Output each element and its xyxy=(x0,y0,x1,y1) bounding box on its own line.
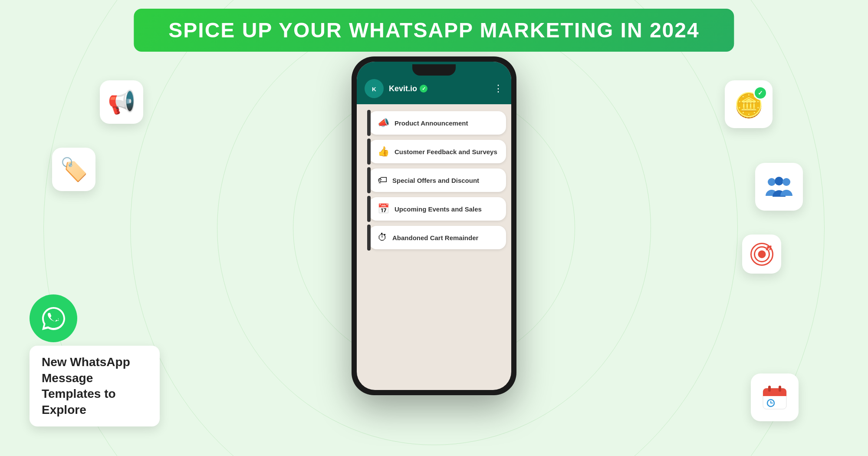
msg-icon-1: 📣 xyxy=(378,117,389,129)
banner-title: SPICE UP YOUR WHATSAPP MARKETING IN 2024 xyxy=(168,18,699,42)
megaphone-icon: 📢 xyxy=(108,89,136,116)
message-bubble-2: 👍 Customer Feedback and Surveys xyxy=(369,140,506,163)
svg-point-2 xyxy=(768,178,776,186)
phone-frame: K Kevit.io ✓ ⋮ 📣 Product Announcement xyxy=(352,56,516,395)
svg-rect-15 xyxy=(779,386,781,392)
whatsapp-icon xyxy=(30,294,77,342)
svg-rect-13 xyxy=(763,393,786,396)
calendar-icon-card xyxy=(751,373,799,421)
svg-line-10 xyxy=(770,246,771,250)
people-icon-card xyxy=(755,163,803,211)
msg-icon-5: ⏱ xyxy=(378,232,387,243)
discount-tag-icon: 🏷️ xyxy=(60,156,88,183)
msg-icon-2: 👍 xyxy=(378,146,389,157)
msg-icon-3: 🏷 xyxy=(378,175,387,186)
svg-text:K: K xyxy=(372,86,376,93)
phone-screen: K Kevit.io ✓ ⋮ 📣 Product Announcement xyxy=(357,62,511,390)
contact-avatar: K xyxy=(365,79,384,98)
message-bubble-1: 📣 Product Announcement xyxy=(369,111,506,135)
message-bubble-4: 📅 Upcoming Events and Sales xyxy=(369,197,506,221)
target-icon-card xyxy=(742,235,781,274)
svg-point-3 xyxy=(775,177,783,185)
whatsapp-card: New WhatsApp Message Templates to Explor… xyxy=(30,294,160,426)
megaphone-icon-card: 📢 xyxy=(100,80,143,124)
menu-icon[interactable]: ⋮ xyxy=(493,83,503,94)
msg-text-4: Upcoming Events and Sales xyxy=(395,205,482,213)
chat-area: 📣 Product Announcement 👍 Customer Feedba… xyxy=(357,104,511,390)
discount-icon-card: 🏷️ xyxy=(52,148,95,191)
phone-notch xyxy=(412,64,456,76)
verified-icon: ✓ xyxy=(420,85,427,93)
coin-wrap: 🪙 ✓ xyxy=(734,89,764,119)
msg-text-3: Special Offers and Discount xyxy=(392,177,479,184)
message-bubble-5: ⏱ Abandoned Cart Remainder xyxy=(369,226,506,249)
coin-verified-badge: ✓ xyxy=(753,86,767,100)
contact-name: Kevit.io ✓ xyxy=(389,84,488,93)
msg-text-5: Abandoned Cart Remainder xyxy=(392,234,478,241)
phone-mockup: K Kevit.io ✓ ⋮ 📣 Product Announcement xyxy=(352,56,516,395)
msg-icon-4: 📅 xyxy=(378,203,389,215)
template-text-card: New WhatsApp Message Templates to Explor… xyxy=(30,346,160,426)
top-banner: SPICE UP YOUR WHATSAPP MARKETING IN 2024 xyxy=(134,9,734,52)
msg-text-2: Customer Feedback and Surveys xyxy=(395,148,497,155)
template-card-text: New WhatsApp Message Templates to Explor… xyxy=(42,354,148,418)
svg-rect-14 xyxy=(768,386,771,392)
msg-text-1: Product Announcement xyxy=(395,119,468,127)
message-bubble-3: 🏷 Special Offers and Discount xyxy=(369,169,506,192)
svg-point-4 xyxy=(783,178,790,186)
coin-icon-card: 🪙 ✓ xyxy=(725,80,773,128)
svg-point-7 xyxy=(758,250,766,258)
